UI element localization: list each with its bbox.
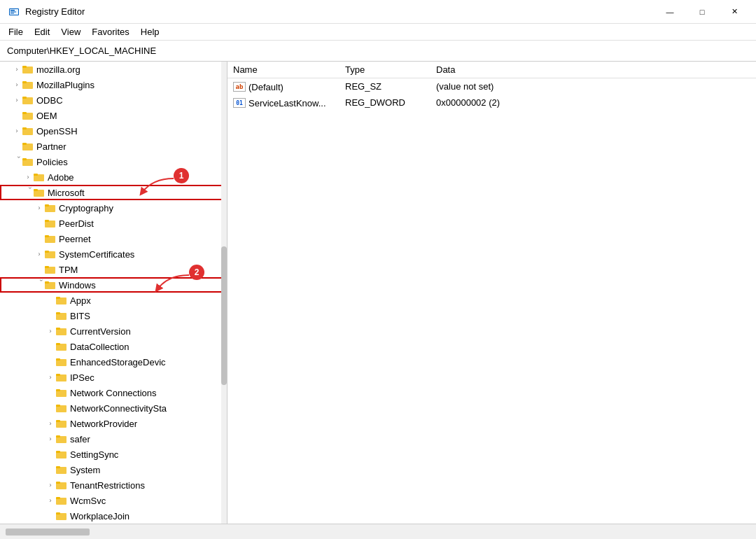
menu-favorites[interactable]: Favorites — [86, 24, 134, 40]
scrollbar-track — [221, 62, 227, 524]
maximize-button[interactable]: □ — [686, 0, 718, 24]
tree-item-odbc[interactable]: › ODBC — [0, 92, 227, 108]
tree-item-systemcerts[interactable]: › SystemCertificates — [0, 246, 227, 262]
status-scrollbar[interactable] — [6, 528, 90, 536]
menu-edit[interactable]: Edit — [29, 24, 55, 40]
label-appx: Appx — [70, 295, 91, 306]
tree-item-tenantrestrictions[interactable]: › TenantRestrictions — [0, 477, 227, 493]
expander-odbc[interactable]: › — [11, 94, 22, 106]
folder-icon-partner — [22, 141, 34, 151]
tree-item-settingsync[interactable]: › SettingSync — [0, 447, 227, 462]
label-networkprovider: NetworkProvider — [70, 419, 137, 429]
svg-rect-3 — [10, 11, 16, 12]
tree-item-currentversion[interactable]: › CurrentVersion — [0, 323, 227, 339]
tree-item-safer[interactable]: › safer — [0, 431, 227, 447]
expander-safer[interactable]: › — [45, 433, 56, 444]
expander-microsoft[interactable]: › — [22, 187, 34, 198]
registry-values-table: Name Type Data ab (Default) REG_SZ (valu… — [227, 62, 756, 111]
tree-item-bits[interactable]: › BITS — [0, 308, 227, 323]
svg-rect-43 — [56, 343, 60, 345]
details-pane: Name Type Data ab (Default) REG_SZ (valu… — [227, 62, 756, 524]
expander-mozilla[interactable]: › — [11, 64, 22, 75]
tree-item-mozilla[interactable]: › mozilla.org — [0, 62, 227, 77]
label-systemcerts: SystemCertificates — [59, 249, 134, 260]
folder-icon-peernet — [45, 234, 56, 244]
expander-networkprovider[interactable]: › — [45, 418, 56, 429]
tree-item-networkconnectivity[interactable]: › NetworkConnectivitySta — [0, 400, 227, 416]
menu-help[interactable]: Help — [135, 24, 165, 40]
label-enhancedstorage: EnhancedStorageDevic — [70, 357, 166, 368]
tree-item-oem[interactable]: › OEM — [0, 108, 227, 123]
folder-icon-windows — [45, 280, 56, 290]
folder-icon-appx — [56, 295, 67, 305]
tree-item-networkprovider[interactable]: › NetworkProvider — [0, 416, 227, 431]
row-type-servicelast: REG_DWORD — [340, 94, 430, 111]
expander-tenantrestrictions[interactable]: › — [45, 479, 56, 491]
tree-item-peernet[interactable]: › Peernet — [0, 231, 227, 246]
tree-item-cryptography[interactable]: › Cryptography — [0, 200, 227, 216]
label-adobe: Adobe — [48, 172, 74, 183]
tree-item-peerdist[interactable]: › PeerDist — [0, 216, 227, 231]
menu-view[interactable]: View — [55, 24, 86, 40]
svg-rect-33 — [45, 266, 49, 268]
label-cryptography: Cryptography — [59, 203, 113, 214]
tree-item-adobe[interactable]: › Adobe — [0, 169, 227, 185]
folder-icon-ipsec — [56, 372, 67, 382]
folder-icon-systemcerts — [45, 249, 56, 259]
tree-item-partner[interactable]: › Partner — [0, 139, 227, 154]
tree-pane[interactable]: › mozilla.org › MozillaPlugins › ODBC › — [0, 62, 227, 524]
expander-cryptography[interactable]: › — [34, 202, 45, 214]
tree-item-networkconnections[interactable]: › Network Connections — [0, 385, 227, 400]
tree-item-windows[interactable]: › Windows — [0, 277, 227, 293]
expander-windows[interactable]: › — [34, 279, 45, 290]
tree-item-tpm[interactable]: › TPM — [0, 262, 227, 277]
expander-wcmsvc[interactable]: › — [45, 495, 56, 506]
svg-rect-49 — [56, 389, 60, 391]
expander-policies[interactable]: › — [11, 156, 22, 167]
label-networkconnectivity: NetworkConnectivitySta — [70, 403, 167, 414]
tree-item-appx[interactable]: › Appx — [0, 293, 227, 308]
minimize-button[interactable]: — — [654, 0, 686, 24]
tree-item-microsoft[interactable]: › Microsoft — [0, 185, 227, 200]
svg-rect-61 — [56, 482, 60, 484]
folder-icon-policies — [22, 157, 34, 167]
table-row[interactable]: ab (Default) REG_SZ (value not set) — [227, 78, 756, 94]
folder-icon-peerdist — [45, 218, 56, 228]
tree-item-openssh[interactable]: › OpenSSH — [0, 123, 227, 139]
label-datacollection: DataCollection — [70, 342, 130, 352]
folder-icon-wcmsvc — [56, 496, 67, 505]
folder-icon-microsoft — [34, 188, 45, 197]
svg-rect-51 — [56, 405, 60, 407]
tree-item-mozillaplugins[interactable]: › MozillaPlugins — [0, 77, 227, 92]
menu-file[interactable]: File — [3, 24, 29, 40]
svg-rect-11 — [22, 97, 27, 99]
expander-openssh[interactable]: › — [11, 125, 22, 136]
tree-item-wcmsvc[interactable]: › WcmSvc — [0, 493, 227, 508]
tree-item-datacollection[interactable]: › DataCollection — [0, 339, 227, 354]
tree-item-system[interactable]: › System — [0, 462, 227, 477]
svg-rect-7 — [22, 66, 27, 68]
tree-item-workplacejoin[interactable]: › WorkplaceJoin — [0, 508, 227, 524]
close-button[interactable]: ✕ — [718, 0, 750, 24]
expander-ipsec[interactable]: › — [45, 372, 56, 383]
expander-currentversion[interactable]: › — [45, 326, 56, 337]
tree-item-enhancedstorage[interactable]: › EnhancedStorageDevic — [0, 354, 227, 370]
expander-mozillaplugins[interactable]: › — [11, 79, 22, 90]
svg-rect-25 — [45, 204, 49, 206]
svg-rect-47 — [56, 374, 60, 376]
svg-rect-59 — [56, 466, 60, 468]
scrollbar-thumb[interactable] — [221, 246, 227, 385]
svg-rect-23 — [34, 189, 38, 191]
expander-systemcerts[interactable]: › — [34, 248, 45, 260]
svg-rect-45 — [56, 358, 60, 360]
tree-item-ipsec[interactable]: › IPSec — [0, 370, 227, 385]
folder-icon-openssh — [22, 126, 34, 136]
label-partner: Partner — [36, 141, 66, 152]
expander-adobe[interactable]: › — [22, 172, 34, 183]
main-content: › mozilla.org › MozillaPlugins › ODBC › — [0, 62, 756, 524]
label-mozillaplugins: MozillaPlugins — [36, 80, 94, 90]
column-header-name: Name — [227, 62, 340, 78]
table-row[interactable]: 01 ServiceLastKnow... REG_DWORD 0x000000… — [227, 94, 756, 111]
row-type-default: REG_SZ — [340, 78, 430, 94]
tree-item-policies[interactable]: › Policies — [0, 154, 227, 169]
